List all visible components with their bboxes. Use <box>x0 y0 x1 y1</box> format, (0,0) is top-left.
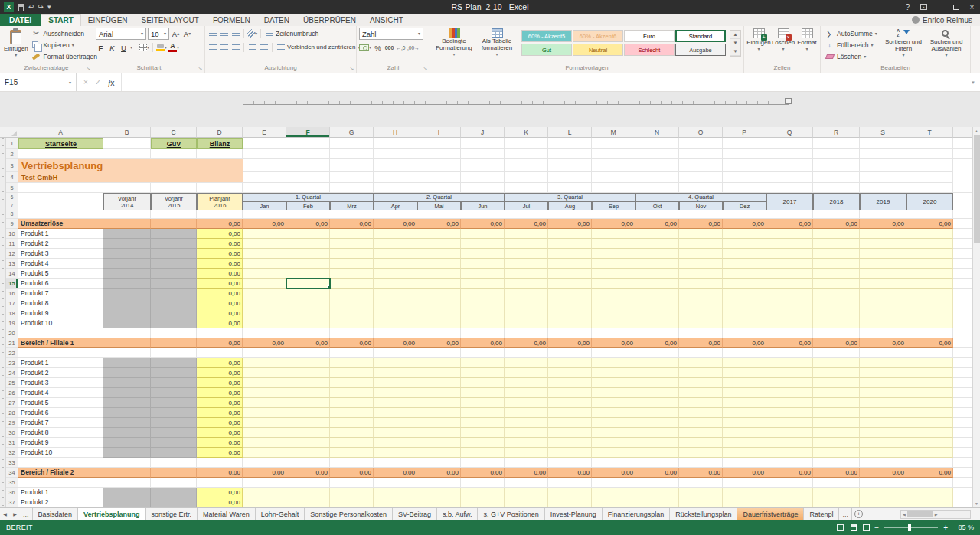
cell-J35[interactable] <box>461 478 505 488</box>
cell-O5[interactable] <box>679 183 723 193</box>
row-header-12[interactable]: 12 <box>6 249 18 259</box>
cell-D22[interactable] <box>197 348 243 358</box>
cell-K28[interactable] <box>505 408 548 418</box>
row-header-25[interactable]: 25 <box>6 378 18 388</box>
cell-G31[interactable] <box>330 438 374 448</box>
cell-Q27[interactable] <box>766 398 813 408</box>
cell-I24[interactable] <box>417 368 461 378</box>
cell-H3[interactable] <box>374 159 417 172</box>
clipboard-dialog-launcher-icon[interactable]: ↘ <box>85 65 92 72</box>
cell-G14[interactable] <box>330 269 374 279</box>
header-planjahr-2016[interactable]: Planjahr2016 <box>197 193 243 210</box>
cell-A3[interactable]: Vertriebsplanung <box>18 159 243 172</box>
cell-A27[interactable]: Produkt 5 <box>18 398 103 408</box>
header-month-jul[interactable]: Jul <box>505 201 548 210</box>
cell-H18[interactable] <box>374 308 417 318</box>
cell-S5[interactable] <box>860 183 906 193</box>
sort-filter-button[interactable]: AZ Sortieren und Filtern ▾ <box>882 28 925 58</box>
cell-H19[interactable] <box>374 318 417 328</box>
cell-F36[interactable] <box>286 488 330 497</box>
cell-N36[interactable] <box>635 488 679 497</box>
cell-P30[interactable] <box>723 428 766 438</box>
cell-C14[interactable] <box>151 269 197 279</box>
tab-seitenlayout[interactable]: SEITENLAYOUT <box>135 14 206 26</box>
cell-J27[interactable] <box>461 398 505 408</box>
cell-O21[interactable]: 0,00 <box>679 338 723 348</box>
cell-L13[interactable] <box>548 259 592 269</box>
row-header-3[interactable]: 3 <box>6 159 18 172</box>
cell-H5[interactable] <box>374 183 417 193</box>
cell-S23[interactable] <box>860 358 906 368</box>
cell-S9[interactable]: 0,00 <box>860 219 906 229</box>
col-header-O[interactable]: O <box>679 127 723 138</box>
cell-N16[interactable] <box>635 289 679 298</box>
cell-Q9[interactable]: 0,00 <box>766 219 813 229</box>
cell-C9[interactable] <box>151 219 197 229</box>
cell-A6[interactable] <box>18 193 103 219</box>
cell-O9[interactable]: 0,00 <box>679 219 723 229</box>
sheet-tab-finanzierungsplan[interactable]: Finanzierungsplan <box>603 508 671 520</box>
cell-G16[interactable] <box>330 289 374 298</box>
cell-A5[interactable] <box>18 183 103 193</box>
cell-J3[interactable] <box>461 159 505 172</box>
cell-E5[interactable] <box>243 183 286 193</box>
zoom-slider[interactable] <box>884 527 938 528</box>
cell-L27[interactable] <box>548 398 592 408</box>
gallery-down-icon[interactable]: ▼ <box>730 39 740 47</box>
minimize-icon[interactable]: — <box>932 0 948 14</box>
cell-N14[interactable] <box>635 269 679 279</box>
cell-K10[interactable] <box>505 229 548 239</box>
cell-Q16[interactable] <box>766 289 813 298</box>
cell-O24[interactable] <box>679 368 723 378</box>
cell-R35[interactable] <box>813 478 860 488</box>
cell-P12[interactable] <box>723 249 766 259</box>
cell-B28[interactable] <box>103 408 151 418</box>
cell-A23[interactable]: Produkt 1 <box>18 358 103 368</box>
cell-F35[interactable] <box>286 478 330 488</box>
cell-K18[interactable] <box>505 308 548 318</box>
cell-N37[interactable] <box>635 497 679 507</box>
cell-O16[interactable] <box>679 289 723 298</box>
cell-J33[interactable] <box>461 458 505 468</box>
cell-F29[interactable] <box>286 418 330 428</box>
cell-B22[interactable] <box>103 348 151 358</box>
cell-F1[interactable] <box>286 138 330 149</box>
cell-style-euro[interactable]: Euro <box>624 30 675 42</box>
cell-T26[interactable] <box>906 388 953 398</box>
cell-H33[interactable] <box>374 458 417 468</box>
row-headers-6-8[interactable]: 678 <box>6 193 18 219</box>
cell-S4[interactable] <box>860 172 906 183</box>
cell-T29[interactable] <box>906 418 953 428</box>
cell-H15[interactable] <box>374 279 417 289</box>
cell-B27[interactable] <box>103 398 151 408</box>
cell-I34[interactable]: 0,00 <box>417 468 461 478</box>
cell-G36[interactable] <box>330 488 374 497</box>
cell-S37[interactable] <box>860 497 906 507</box>
cell-A1[interactable]: Startseite <box>18 138 103 149</box>
cell-F20[interactable] <box>286 328 330 338</box>
row-header-24[interactable]: 24 <box>6 368 18 378</box>
header-year-2019[interactable]: 2019 <box>860 193 906 210</box>
cell-D30[interactable]: 0,00 <box>197 428 243 438</box>
insert-cells-button[interactable]: Einfügen▾ <box>746 28 771 52</box>
increase-decimal-button[interactable]: ←,0 <box>396 42 406 53</box>
header-month-sep[interactable]: Sep <box>592 201 635 210</box>
cell-Q25[interactable] <box>766 378 813 388</box>
cell-J19[interactable] <box>461 318 505 328</box>
cell-H35[interactable] <box>374 478 417 488</box>
cell-Q19[interactable] <box>766 318 813 328</box>
cell-J30[interactable] <box>461 428 505 438</box>
cell-Q4[interactable] <box>766 172 813 183</box>
row-header-32[interactable]: 32 <box>6 448 18 458</box>
cell-K2[interactable] <box>505 149 548 159</box>
font-size-select[interactable]: 10▾ <box>148 28 169 40</box>
header-month-okt[interactable]: Okt <box>635 201 679 210</box>
align-left-button[interactable] <box>207 42 217 53</box>
cell-D35[interactable] <box>197 478 243 488</box>
cell-N26[interactable] <box>635 388 679 398</box>
user-account[interactable]: Enrico Reimus <box>912 14 980 26</box>
ruler-margin-handle[interactable] <box>785 98 792 104</box>
cut-button[interactable]: ✂Ausschneiden <box>30 28 99 39</box>
cell-L17[interactable] <box>548 298 592 308</box>
cell-K17[interactable] <box>505 298 548 308</box>
